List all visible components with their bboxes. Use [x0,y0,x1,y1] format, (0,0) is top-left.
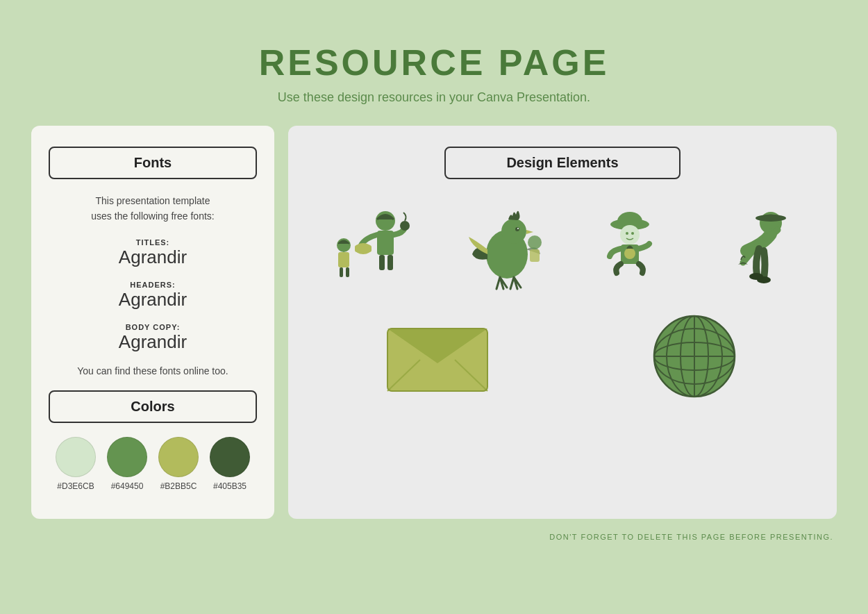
font-item-body: BODY COPY: Agrandir [49,323,257,353]
fonts-header-text: Fonts [134,155,172,170]
swatch-4: #405B35 [210,437,250,491]
font-label-headers: HEADERS: [49,281,257,289]
illustration-rooster [458,195,556,292]
svg-rect-16 [530,249,540,262]
design-elements-grid [312,193,812,405]
color-circle-3 [158,437,199,477]
color-circle-4 [210,437,250,477]
color-hex-1: #D3E6CB [57,481,94,491]
color-hex-3: #B2BB5C [160,481,197,491]
svg-point-19 [620,225,640,244]
svg-rect-6 [387,255,393,270]
svg-rect-9 [340,267,343,277]
illustration-gardener [705,199,802,289]
right-panel: Design Elements [288,126,837,519]
fonts-online-note: You can find these fonts online too. [49,365,257,376]
swatch-3: #B2BB5C [158,437,199,491]
svg-point-23 [624,248,635,259]
elements-row-1 [312,193,812,294]
svg-rect-10 [346,267,349,277]
svg-rect-8 [338,252,349,267]
font-label-body: BODY COPY: [49,323,257,331]
color-hex-2: #649450 [111,481,144,491]
svg-point-20 [626,232,628,235]
svg-point-14 [517,228,519,229]
footer: DON'T FORGET TO DELETE THIS PAGE BEFORE … [0,530,868,542]
page-subtitle: Use these design resources in your Canva… [259,90,610,105]
svg-point-2 [400,221,410,231]
elements-row-2 [312,308,812,405]
font-label-titles: TITLES: [49,238,257,247]
main-content: Fonts This presentation template uses th… [31,126,837,519]
color-circle-1 [56,437,96,477]
design-elements-header: Design Elements [444,147,681,179]
svg-rect-4 [355,245,372,252]
svg-rect-5 [379,255,385,270]
page-title: RESOURCE PAGE [259,42,610,83]
footer-text: DON'T FORGET TO DELETE THIS PAGE BEFORE … [549,533,833,541]
color-circle-2 [107,437,147,477]
illustration-globe [646,308,743,405]
font-item-headers: HEADERS: Agrandir [49,281,257,310]
swatch-1: #D3E6CB [56,437,96,491]
fonts-section-header: Fonts [49,147,257,179]
left-panel: Fonts This presentation template uses th… [31,126,274,519]
svg-point-25 [756,215,786,222]
svg-point-13 [515,227,519,231]
svg-point-12 [501,219,526,244]
font-name-titles: Agrandir [49,247,257,268]
color-swatches: #D3E6CB #649450 #B2BB5C #405B35 [49,437,257,491]
colors-section-header: Colors [49,390,257,423]
colors-header-text: Colors [131,399,174,414]
illustration-envelope [382,318,493,395]
fonts-description: This presentation template uses the foll… [49,193,257,224]
svg-point-27 [749,273,763,280]
svg-point-21 [631,232,634,235]
illustration-child-sitting [590,204,670,283]
page-header: RESOURCE PAGE Use these design resources… [259,42,610,105]
color-hex-4: #405B35 [213,481,247,491]
svg-rect-29 [387,329,487,391]
illustration-farmer-child [323,193,424,294]
font-name-body: Agrandir [49,331,257,353]
font-item-titles: TITLES: Agrandir [49,238,257,268]
swatch-2: #649450 [107,437,147,491]
svg-point-15 [528,235,542,249]
font-name-headers: Agrandir [49,289,257,310]
design-elements-header-text: Design Elements [506,155,618,170]
